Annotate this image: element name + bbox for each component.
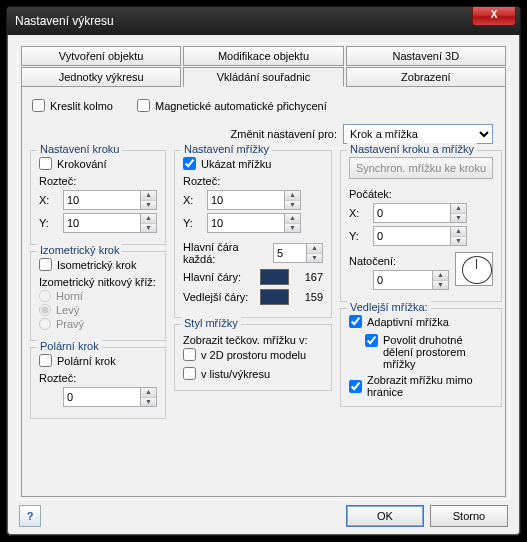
group-isometric: Izometrický krok Isometrický krok Izomet… [30,251,166,341]
dialog-footer: ? OK Storno [7,497,520,535]
major-every-input[interactable] [273,243,307,263]
change-for-label: Změnit nastavení pro: [231,128,337,140]
group-step-grid: Nastavení kroku a mřížky Synchron. mřížk… [340,150,502,302]
origin-y-input[interactable] [373,226,451,246]
sync-grid-button[interactable]: Synchron. mřížku ke kroku [349,157,493,179]
close-button[interactable]: X [472,7,516,26]
tab-panel: Kreslit kolmo Magnetické automatické při… [21,87,506,497]
tab-coordinate-input[interactable]: Vkládání souřadnic [183,67,343,87]
tab-create-object[interactable]: Vytvoření objektu [21,46,181,66]
polar-pitch-input[interactable] [63,387,141,407]
group-polar: Polární krok Polární krok Rozteč: ▲▼ [30,347,166,419]
clock-icon[interactable] [455,252,493,286]
spinner-buttons[interactable]: ▲▼ [285,213,301,233]
adaptive-checkbox[interactable]: Adaptivní mřížka [349,315,449,328]
tab-display[interactable]: Zobrazení [346,67,506,87]
group-grid-style: Styl mřížky Zobrazit tečkov. mřížku v: v… [174,324,332,391]
ok-button[interactable]: OK [346,505,424,527]
dialog-window: Nastavení výkresu X Vytvoření objektu Mo… [6,6,521,536]
tab-drawing-units[interactable]: Jednotky výkresu [21,67,181,87]
minor-color-swatch[interactable] [260,289,288,305]
content: Vytvoření objektu Modifikace objektu Nas… [7,35,520,508]
iso-left-radio: Levý [39,304,157,316]
beyond-checkbox[interactable]: Zobrazit mřížku mimo hranice [349,374,493,398]
spinner-buttons[interactable]: ▲▼ [141,213,157,233]
tab-3d-settings[interactable]: Nastavení 3D [346,46,506,66]
grid-y-input[interactable] [207,213,285,233]
spinner-buttons[interactable]: ▲▼ [433,270,449,290]
spinner-buttons[interactable]: ▲▼ [285,190,301,210]
allow-sub-checkbox[interactable]: Povolit druhotné dělení prostorem mřížky [349,334,493,370]
step-x-input[interactable] [63,190,141,210]
step-checkbox[interactable]: Krokování [39,157,107,170]
group-grid: Nastavení mřížky Ukázat mřížku Rozteč: X… [174,150,332,318]
spinner-buttons[interactable]: ▲▼ [141,387,157,407]
tabs: Vytvoření objektu Modifikace objektu Nas… [17,43,510,500]
spinner-buttons[interactable]: ▲▼ [307,243,323,263]
group-step: Nastavení kroku Krokování Rozteč: X:▲▼ Y… [30,150,166,245]
titlebar: Nastavení výkresu X [7,7,520,35]
help-button[interactable]: ? [19,505,41,527]
spinner-buttons[interactable]: ▲▼ [451,203,467,223]
rotation-input[interactable] [373,270,433,290]
tab-modify-object[interactable]: Modifikace objektu [183,46,343,66]
major-color-swatch[interactable] [260,269,288,285]
ortho-checkbox[interactable]: Kreslit kolmo [32,99,113,112]
iso-checkbox[interactable]: Isometrický krok [39,258,136,271]
show-grid-checkbox[interactable]: Ukázat mřížku [183,157,271,170]
group-secondary-grid: Vedlejší mřížka: Adaptivní mřížka Povoli… [340,308,502,407]
iso-top-radio: Horní [39,290,157,302]
polar-checkbox[interactable]: Polární krok [39,354,116,367]
snap-checkbox[interactable]: Magnetické automatické přichycení [137,99,327,112]
cancel-button[interactable]: Storno [430,505,508,527]
dotted-2d-checkbox[interactable]: v 2D prostoru modelu [183,348,306,361]
spinner-buttons[interactable]: ▲▼ [451,226,467,246]
change-for-select[interactable]: Krok a mřížka [343,124,493,144]
window-title: Nastavení výkresu [15,14,114,28]
grid-x-input[interactable] [207,190,285,210]
spinner-buttons[interactable]: ▲▼ [141,190,157,210]
origin-x-input[interactable] [373,203,451,223]
dotted-sheet-checkbox[interactable]: v listu/výkresu [183,367,270,380]
step-y-input[interactable] [63,213,141,233]
iso-right-radio: Pravý [39,318,157,330]
